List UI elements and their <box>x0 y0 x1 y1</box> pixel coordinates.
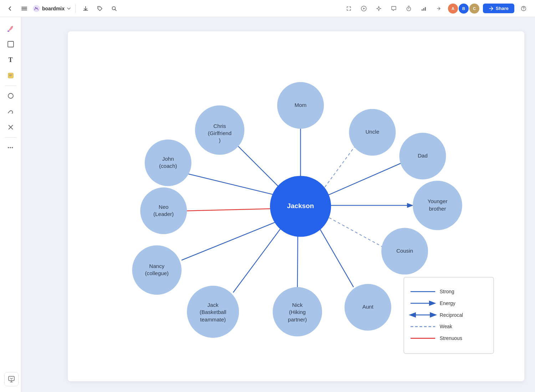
svg-line-23 <box>187 174 281 196</box>
download-button[interactable] <box>80 3 91 14</box>
comment-button[interactable] <box>388 3 399 14</box>
svg-rect-1 <box>21 8 27 9</box>
svg-rect-13 <box>7 31 9 32</box>
topbar-left: boardmix <box>0 3 124 14</box>
chevron-down-icon <box>67 6 71 11</box>
shape-tool[interactable] <box>4 89 18 103</box>
sidebar-separator <box>5 86 16 86</box>
dad-label: Dad <box>418 153 428 159</box>
pen-tool[interactable] <box>4 104 18 119</box>
john-label2: (coach) <box>159 163 177 169</box>
legend-strenuous-label: Strenuous <box>440 335 462 341</box>
svg-line-27 <box>297 231 298 289</box>
canvas-area: Mom Uncle Dad Chris (Girlfriend ) John (… <box>68 31 524 381</box>
chris-label2: (Girlfriend <box>208 130 231 136</box>
jack-label3: teammate) <box>200 316 226 323</box>
jack-label2: (Basketball <box>200 309 226 315</box>
john-label: John <box>162 156 174 162</box>
brand-name: boardmix <box>42 6 65 11</box>
frame-tool[interactable] <box>4 37 18 51</box>
younger-label2: brother <box>429 206 446 212</box>
search-button[interactable] <box>108 3 120 14</box>
younger-label: Younger <box>428 198 448 204</box>
nick-label2: (Hiking <box>289 309 306 315</box>
chris-label: Chris <box>213 123 226 129</box>
sparkle-button[interactable] <box>373 3 384 14</box>
legend-energy-label: Energy <box>440 300 455 306</box>
cousin-label: Cousin <box>396 248 413 254</box>
svg-line-22 <box>238 146 285 193</box>
chart-button[interactable] <box>418 3 429 14</box>
svg-rect-9 <box>423 8 424 11</box>
svg-rect-0 <box>21 7 27 7</box>
text-tool[interactable]: T <box>4 53 18 67</box>
svg-rect-15 <box>8 73 13 78</box>
presentation-button[interactable] <box>4 372 19 386</box>
brand-logo[interactable]: boardmix <box>33 5 71 12</box>
nick-label: Nick <box>292 302 303 308</box>
user-avatars: A B C <box>448 4 479 14</box>
mom-label: Mom <box>295 102 307 108</box>
svg-line-21 <box>323 163 403 197</box>
svg-rect-14 <box>8 41 14 47</box>
nancy-label: Nancy <box>149 263 164 269</box>
share-button[interactable]: Share <box>483 4 514 13</box>
svg-rect-10 <box>425 7 426 11</box>
svg-point-4 <box>99 7 100 8</box>
uncle-label: Uncle <box>366 129 379 135</box>
svg-rect-8 <box>422 9 423 11</box>
main-canvas: Mom Uncle Dad Chris (Girlfriend ) John (… <box>21 17 535 392</box>
sidebar-separator-2 <box>5 137 16 138</box>
timer-button[interactable] <box>403 3 414 14</box>
svg-line-29 <box>325 215 382 247</box>
more-toolbar-button[interactable] <box>433 3 444 14</box>
back-button[interactable] <box>4 3 16 14</box>
svg-point-12 <box>523 10 524 10</box>
menu-button[interactable] <box>19 3 30 14</box>
legend-reciprocal-label: Reciprocal <box>440 312 463 318</box>
legend-weak-label: Weak <box>440 324 452 329</box>
note-tool[interactable] <box>4 68 18 83</box>
topbar-right: A B C Share <box>337 3 535 14</box>
tag-button[interactable] <box>94 3 106 14</box>
neo-label: Neo <box>159 204 169 210</box>
diagram-svg: Mom Uncle Dad Chris (Girlfriend ) John (… <box>68 31 524 381</box>
help-button[interactable] <box>518 3 529 14</box>
svg-rect-2 <box>21 10 27 10</box>
jack-label: Jack <box>208 302 219 308</box>
separator <box>75 4 76 13</box>
aunt-label: Aunt <box>362 304 374 310</box>
avatar-2: B <box>459 4 469 14</box>
topbar: boardmix <box>0 0 535 17</box>
connector-tool[interactable] <box>4 120 18 134</box>
more-tools-button[interactable]: ••• <box>4 140 18 155</box>
nancy-label2: (collegue) <box>145 270 169 276</box>
play-button[interactable] <box>358 3 370 14</box>
sidebar: T ••• <box>0 17 21 392</box>
legend-strong-label: Strong <box>440 289 454 294</box>
svg-point-16 <box>8 93 13 98</box>
nick-label3: partner) <box>288 316 307 323</box>
expand-button[interactable] <box>343 3 355 14</box>
svg-rect-31 <box>9 376 14 381</box>
neo-label2: (Leader) <box>153 211 174 217</box>
svg-line-28 <box>319 227 353 287</box>
svg-line-25 <box>182 220 281 260</box>
avatar-3: C <box>469 4 479 14</box>
svg-line-24 <box>187 208 278 211</box>
jackson-label: Jackson <box>287 202 314 210</box>
color-tool[interactable] <box>4 21 18 36</box>
avatar-1: A <box>448 4 458 14</box>
chris-label3: ) <box>219 137 220 143</box>
